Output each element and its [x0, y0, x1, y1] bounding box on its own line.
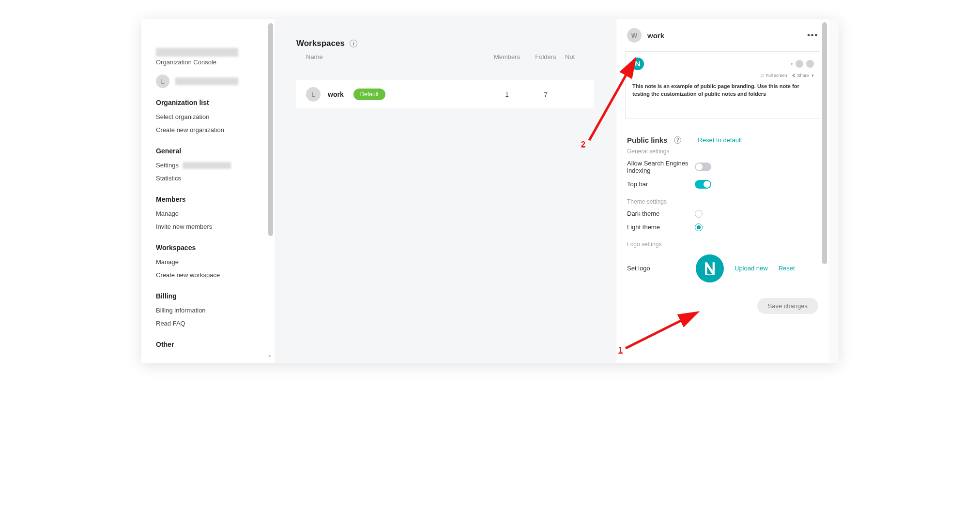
redacted-text [156, 48, 238, 57]
more-icon[interactable]: ••• [807, 31, 818, 40]
page-title: Workspaces [296, 39, 345, 48]
col-members: Members [488, 53, 526, 60]
user-avatar[interactable]: L [156, 74, 169, 88]
sidebar-item-ws-manage[interactable]: Manage [156, 255, 275, 268]
cell-folders: 7 [526, 91, 565, 98]
sidebar-item-invite-members[interactable]: Invite new members [156, 220, 275, 233]
col-folders: Folders [526, 53, 565, 60]
share-link[interactable]: Share ▾ [792, 73, 814, 78]
info-icon[interactable]: i [350, 40, 357, 47]
sidebar-item-create-org[interactable]: Create new organization [156, 123, 275, 136]
console-label: Organization Console [156, 59, 275, 66]
default-badge: Default [353, 89, 385, 100]
workspace-avatar: L [306, 87, 321, 102]
save-changes-button[interactable]: Save changes [757, 298, 818, 314]
reset-logo-link[interactable]: Reset [779, 265, 795, 272]
toggle-allow-search[interactable] [695, 163, 711, 171]
label-top-bar: Top bar [627, 180, 695, 188]
chevron-down-icon[interactable] [267, 352, 273, 361]
sidebar: Organization Console L Organization list… [141, 19, 275, 363]
sidebar-section-members: Members [156, 195, 275, 203]
radio-light-theme[interactable] [695, 223, 703, 231]
label-light-theme: Light theme [627, 223, 695, 231]
upload-new-link[interactable]: Upload new [735, 265, 768, 272]
sidebar-section-other: Other [156, 341, 275, 348]
main-content: Workspaces i Name Members Folders Not L … [275, 19, 616, 363]
sidebar-section-workspaces: Workspaces [156, 244, 275, 252]
redacted-text [183, 162, 231, 169]
sidebar-item-read-faq[interactable]: Read FAQ [156, 317, 275, 330]
sidebar-scrollbar-thumb[interactable] [268, 23, 273, 236]
label-dark-theme: Dark theme [627, 210, 695, 217]
user-icon [806, 60, 814, 68]
col-name: Name [306, 53, 488, 60]
nimbus-logo-icon [631, 58, 644, 70]
section-public-links: Public links [627, 136, 667, 144]
help-icon[interactable]: ? [674, 136, 681, 144]
label-allow-search: Allow Search Engines indexing [627, 160, 695, 174]
sidebar-item-members-manage[interactable]: Manage [156, 207, 275, 220]
label-set-logo: Set logo [627, 265, 685, 272]
dot-icon [791, 63, 793, 65]
radio-dark-theme[interactable] [695, 210, 703, 218]
panel-title: work [647, 31, 801, 40]
preview-text: This note is an example of public page b… [632, 83, 813, 98]
user-icon [796, 60, 803, 68]
details-panel: W work ••• Full screen Share ▾ This note… [616, 19, 829, 363]
sidebar-section-billing: Billing [156, 292, 275, 300]
group-general-settings: General settings [627, 148, 818, 155]
toggle-top-bar[interactable] [695, 180, 711, 189]
sidebar-item-billing-info[interactable]: Billing information [156, 304, 275, 317]
branding-preview: Full screen Share ▾ This note is an exam… [625, 51, 820, 119]
workspace-name: work [328, 90, 344, 98]
workspace-avatar: W [627, 28, 642, 43]
sidebar-section-general: General [156, 147, 275, 155]
col-notes: Not [565, 53, 584, 60]
sidebar-item-select-org[interactable]: Select organization [156, 110, 275, 123]
group-theme-settings: Theme settings [627, 198, 818, 205]
sidebar-section-organization: Organization list [156, 99, 275, 106]
fullscreen-link[interactable]: Full screen [760, 73, 787, 78]
redacted-username [175, 77, 238, 85]
sidebar-item-create-ws[interactable]: Create new workspace [156, 268, 275, 282]
nimbus-logo-icon [696, 254, 724, 282]
table-row[interactable]: L work Default 1 7 [296, 80, 594, 108]
sidebar-item-settings[interactable]: Settings [156, 159, 275, 172]
cell-members: 1 [488, 91, 526, 98]
panel-scrollbar-thumb[interactable] [822, 22, 827, 264]
sidebar-item-statistics[interactable]: Statistics [156, 172, 275, 185]
reset-to-default-link[interactable]: Reset to default [698, 136, 742, 144]
group-logo-settings: Logo settings [627, 241, 818, 248]
